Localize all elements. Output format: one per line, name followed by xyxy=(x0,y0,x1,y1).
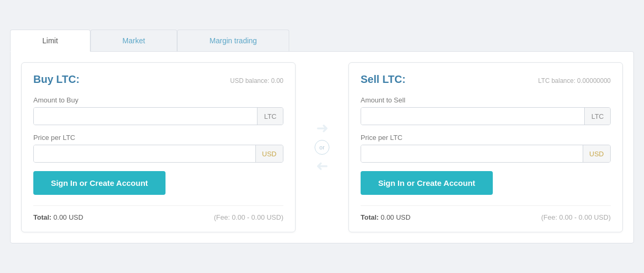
buy-fee-text: (Fee: 0.00 - 0.00 USD) xyxy=(214,213,284,221)
buy-price-suffix: USD xyxy=(255,145,283,162)
sell-balance: LTC balance: 0.00000000 xyxy=(538,77,611,84)
buy-panel-title: Buy LTC: xyxy=(33,73,79,86)
sell-price-label: Price per LTC xyxy=(361,134,611,142)
buy-total-row: Total: 0.00 USD (Fee: 0.00 - 0.00 USD) xyxy=(33,205,283,221)
buy-amount-suffix: LTC xyxy=(257,108,283,125)
content-area: Buy LTC: USD balance: 0.00 Amount to Buy… xyxy=(10,51,634,243)
arrow-left-icon: ➜ xyxy=(316,159,328,174)
panels-divider: ➜ or ➜ xyxy=(306,62,338,232)
sell-panel-title: Sell LTC: xyxy=(361,73,406,86)
buy-price-input-group: 42.588 USD xyxy=(33,145,283,163)
sell-panel-header: Sell LTC: LTC balance: 0.00000000 xyxy=(361,73,611,86)
buy-balance: USD balance: 0.00 xyxy=(230,77,283,84)
sell-total-row: Total: 0.00 USD (Fee: 0.00 - 0.00 USD) xyxy=(361,205,611,221)
tab-market[interactable]: Market xyxy=(90,30,178,51)
panels-wrapper: Buy LTC: USD balance: 0.00 Amount to Buy… xyxy=(21,62,623,232)
buy-price-input[interactable]: 42.588 xyxy=(34,145,255,162)
tab-limit[interactable]: Limit xyxy=(10,30,90,52)
buy-sign-in-button[interactable]: Sign In or Create Account xyxy=(33,171,165,195)
sell-price-input[interactable]: 42.404 xyxy=(361,145,583,162)
buy-panel: Buy LTC: USD balance: 0.00 Amount to Buy… xyxy=(21,62,296,232)
sell-amount-input-group: LTC xyxy=(361,107,611,125)
buy-amount-label: Amount to Buy xyxy=(33,96,283,104)
sell-sign-in-button[interactable]: Sign In or Create Account xyxy=(361,171,493,195)
or-label: or xyxy=(315,140,329,155)
sell-total-label: Total: 0.00 USD xyxy=(361,213,410,221)
tab-bar: Limit Market Margin trading xyxy=(10,30,634,51)
sell-panel: Sell LTC: LTC balance: 0.00000000 Amount… xyxy=(348,62,623,232)
trading-container: Limit Market Margin trading Buy LTC: USD… xyxy=(10,30,634,243)
sell-amount-label: Amount to Sell xyxy=(361,96,611,104)
buy-total-label: Total: 0.00 USD xyxy=(33,213,83,221)
tab-margin[interactable]: Margin trading xyxy=(177,30,289,51)
arrow-right-icon: ➜ xyxy=(316,121,328,136)
buy-price-label: Price per LTC xyxy=(33,134,283,142)
buy-amount-input[interactable] xyxy=(34,108,257,125)
sell-price-input-group: 42.404 USD xyxy=(361,145,611,163)
sell-fee-text: (Fee: 0.00 - 0.00 USD) xyxy=(541,213,611,221)
buy-panel-header: Buy LTC: USD balance: 0.00 xyxy=(33,73,283,86)
sell-amount-suffix: LTC xyxy=(584,108,610,125)
buy-amount-input-group: LTC xyxy=(33,107,283,125)
sell-price-suffix: USD xyxy=(583,145,610,162)
sell-amount-input[interactable] xyxy=(361,108,584,125)
